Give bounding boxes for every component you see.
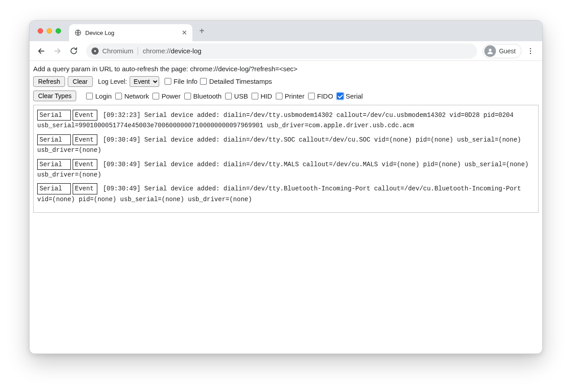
log-entry: SerialEvent [09:32:23] Serial device add… — [37, 110, 535, 131]
clear-types-button[interactable]: Clear Types — [33, 90, 76, 101]
log-entry: SerialEvent [09:30:49] Serial device add… — [37, 134, 535, 155]
log-level-chip: Event — [73, 159, 97, 170]
file_info-checkbox[interactable] — [165, 78, 171, 85]
browser-window: Device Log ✕ + Chromium chrome:/ — [29, 20, 543, 354]
printer-label: Printer — [285, 92, 304, 100]
origin-label: Chromium — [102, 47, 133, 55]
forward-button[interactable] — [50, 44, 65, 58]
usb-label: USB — [234, 92, 248, 100]
svg-point-6 — [530, 52, 531, 54]
address-bar[interactable]: Chromium chrome://device-log — [86, 43, 477, 59]
window-zoom-icon[interactable] — [56, 28, 61, 34]
hid-label: HID — [261, 92, 272, 100]
type-filter-usb[interactable]: USB — [225, 92, 248, 100]
type-filter-printer[interactable]: Printer — [276, 92, 304, 100]
log-type-chip: Serial — [37, 110, 71, 121]
type-filter-bluetooth[interactable]: Bluetooth — [184, 92, 222, 100]
auto-refresh-hint: Add a query param in URL to auto-refresh… — [33, 65, 539, 73]
profile-button[interactable]: Guest — [483, 44, 522, 58]
type-filter-fido[interactable]: FIDO — [308, 92, 333, 100]
log-timestamp: [09:30:49] — [103, 136, 144, 143]
tab-title: Device Log — [85, 30, 181, 36]
log-level-chip: Event — [73, 110, 97, 121]
window-controls — [38, 28, 61, 34]
type-filter-serial[interactable]: Serial — [337, 92, 363, 100]
type-filter-hid[interactable]: HID — [252, 92, 272, 100]
svg-point-5 — [530, 50, 531, 52]
login-label: Login — [95, 92, 112, 100]
log-timestamp: [09:30:49] — [103, 185, 144, 192]
network-label: Network — [124, 92, 149, 100]
controls-row-1: Refresh Clear Log Level: Event File Info… — [33, 76, 539, 87]
usb-checkbox[interactable] — [225, 93, 232, 99]
hid-checkbox[interactable] — [252, 93, 258, 99]
type-filter-login[interactable]: Login — [86, 92, 112, 100]
type-filter-network[interactable]: Network — [115, 92, 149, 100]
checkbox-detailed[interactable]: Detailed Timestamps — [200, 78, 272, 85]
window-minimize-icon[interactable] — [47, 28, 52, 34]
avatar-icon — [484, 45, 496, 57]
clear-button[interactable]: Clear — [68, 76, 92, 87]
serial-checkbox[interactable] — [337, 93, 344, 99]
power-label: Power — [161, 92, 181, 100]
svg-point-4 — [530, 48, 531, 49]
kebab-menu-button[interactable] — [523, 44, 538, 58]
detailed-checkbox[interactable] — [200, 78, 207, 85]
browser-toolbar: Chromium chrome://device-log Guest — [30, 41, 542, 61]
log-type-chip: Serial — [37, 183, 71, 194]
log-timestamp: [09:30:49] — [103, 161, 144, 168]
log-type-chip: Serial — [37, 159, 71, 170]
network-checkbox[interactable] — [115, 93, 122, 99]
chrome-origin-icon — [91, 47, 99, 55]
tab-strip: Device Log ✕ + — [30, 21, 542, 41]
bluetooth-checkbox[interactable] — [184, 93, 191, 99]
profile-label: Guest — [499, 47, 516, 55]
log-type-chip: Serial — [37, 134, 71, 145]
address-divider — [138, 47, 138, 55]
log-level-select[interactable]: Event — [130, 76, 159, 87]
globe-icon — [74, 29, 82, 36]
url-host: device-log — [171, 47, 201, 55]
detailed-label: Detailed Timestamps — [209, 78, 272, 85]
checkbox-file_info[interactable]: File Info — [165, 78, 197, 85]
log-level-chip: Event — [73, 183, 97, 194]
log-entry: SerialEvent [09:30:49] Serial device add… — [37, 159, 535, 180]
new-tab-button[interactable]: + — [195, 24, 209, 38]
login-checkbox[interactable] — [86, 93, 93, 99]
log-entry: SerialEvent [09:30:49] Serial device add… — [37, 183, 535, 204]
back-button[interactable] — [34, 44, 48, 58]
tab-close-icon[interactable]: ✕ — [181, 29, 188, 36]
svg-point-2 — [94, 50, 96, 52]
type-filter-power[interactable]: Power — [152, 92, 181, 100]
reload-button[interactable] — [66, 44, 81, 58]
page-content: Add a query param in URL to auto-refresh… — [30, 61, 542, 353]
printer-checkbox[interactable] — [276, 93, 283, 99]
svg-point-3 — [489, 48, 491, 51]
refresh-button[interactable]: Refresh — [33, 76, 65, 87]
log-output: SerialEvent [09:32:23] Serial device add… — [33, 105, 539, 213]
log-level-chip: Event — [73, 134, 97, 145]
file_info-label: File Info — [174, 78, 197, 85]
window-close-icon[interactable] — [38, 28, 43, 34]
log-timestamp: [09:32:23] — [103, 112, 144, 119]
controls-row-2: Clear Types LoginNetworkPowerBluetoothUS… — [33, 90, 539, 101]
browser-tab[interactable]: Device Log ✕ — [69, 24, 192, 41]
power-checkbox[interactable] — [152, 93, 159, 99]
log-level-label: Log Level: — [98, 78, 127, 85]
url-scheme: chrome:// — [143, 47, 171, 55]
fido-label: FIDO — [317, 92, 333, 100]
fido-checkbox[interactable] — [308, 93, 315, 99]
bluetooth-label: Bluetooth — [193, 92, 222, 100]
serial-label: Serial — [346, 92, 363, 100]
